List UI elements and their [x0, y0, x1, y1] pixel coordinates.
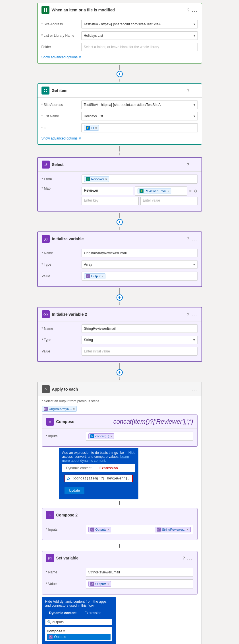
set-variable-value-area[interactable]: ◇ Outputs ×: [86, 579, 193, 588]
get-item-id-row: * Id ⚡ ID ×: [41, 123, 198, 132]
expression-input[interactable]: [72, 477, 130, 481]
dyn-tab-expression[interactable]: Expression: [80, 609, 105, 617]
dyn-tab-dynamic[interactable]: Dynamic content: [45, 609, 81, 617]
set-variable-more-icon[interactable]: ...: [187, 555, 193, 561]
dyn-search-row[interactable]: 🔍: [45, 619, 112, 625]
get-item-title: Get item: [52, 88, 185, 93]
init-var1-type-value[interactable]: Array: [82, 260, 198, 269]
dynamic-popover-wrapper: Hide Add dynamic content from the apps a…: [42, 597, 198, 644]
trigger-more-icon[interactable]: ...: [192, 7, 198, 13]
get-item-site-value[interactable]: TestSiteA - https://[ ]sharepoint.com/si…: [81, 101, 198, 109]
select-map-label: * Map: [42, 186, 79, 190]
connector-4: + ↓: [117, 288, 123, 306]
dyn-popover-text: Add dynamic content from the apps and co…: [45, 600, 107, 608]
update-button[interactable]: Update: [65, 487, 85, 494]
connector-line-3: [119, 213, 120, 218]
select-card: ⇄ Select ? ... * From ⚡ Reviewer × * Map: [37, 157, 202, 212]
set-var-outputs-close[interactable]: ×: [107, 582, 109, 586]
svg-rect-1: [46, 8, 47, 10]
set-variable-name-row: * Name StringReviewerEmail: [46, 568, 193, 577]
output-chip-close[interactable]: ×: [102, 274, 103, 278]
trigger-help-icon[interactable]: ?: [187, 8, 190, 12]
dyn-search-input[interactable]: [53, 620, 110, 624]
trigger-folder-value[interactable]: Select a folder, or leave blank for the …: [81, 43, 198, 51]
set-variable-help-icon[interactable]: ?: [183, 556, 185, 560]
get-item-body: * Site Address TestSiteA - https://[ ]sh…: [38, 98, 202, 144]
init-var2-value-area[interactable]: Enter initial value: [82, 347, 198, 356]
get-item-help-icon[interactable]: ?: [187, 88, 190, 93]
apply-each-token: {x} OriginalArrayR... ×: [42, 406, 77, 412]
init-var1-value-area[interactable]: v Output ×: [82, 272, 198, 281]
id-token-chip: ⚡ ID ×: [84, 125, 99, 131]
map-value-2[interactable]: Enter value: [140, 197, 198, 205]
select-from-label: * From: [42, 177, 79, 181]
popover-dynamic-content-link[interactable]: dynamic content.: [80, 459, 106, 463]
connector-plus-1[interactable]: +: [117, 71, 123, 77]
init-var1-type-label: * Type: [42, 262, 79, 266]
concat-chip-icon: fx: [90, 434, 94, 438]
dyn-tabs-row: Dynamic content Expression: [45, 609, 112, 617]
tab-expression[interactable]: Expression: [95, 464, 122, 472]
connector-line-1: [119, 65, 120, 70]
connector-plus-5[interactable]: +: [117, 369, 123, 376]
compose1-inputs-value[interactable]: fx concat(...) ×: [86, 432, 193, 441]
init-var2-header: {x} Initialize variable 2 ? ...: [38, 307, 201, 321]
trigger-site-value[interactable]: TestSiteA - https://[ ]sharepoint.com/si…: [81, 20, 198, 28]
set-variable-section: {x} Set variable ? ... * Name StringRevi…: [42, 551, 198, 644]
map-settings-btn[interactable]: ⚙: [194, 189, 198, 193]
connector-plus-4[interactable]: +: [117, 294, 123, 301]
init-var1-help-icon[interactable]: ?: [187, 237, 189, 241]
compose2-inputs-value[interactable]: ◇ Outputs × {x} StringReviewer... ×: [86, 525, 193, 534]
dyn-outputs-item[interactable]: ◇ Outputs: [47, 634, 111, 640]
popover-hide-link[interactable]: Hide: [128, 451, 136, 455]
concat-chip-close[interactable]: ×: [110, 434, 112, 438]
expression-input-row[interactable]: fx: [65, 475, 133, 482]
init-var1-name-value[interactable]: OriginalArrayReviewerEmail: [82, 249, 198, 257]
connector-plus-3[interactable]: +: [117, 219, 123, 225]
trigger-list-label: * List or Library Name: [41, 34, 78, 38]
get-item-list-row: * List Name Holidays List: [41, 112, 198, 120]
init-var2-help-icon[interactable]: ?: [187, 312, 189, 317]
map-value-1[interactable]: ⚡ Reviewer Email ×: [135, 186, 187, 196]
tab-dynamic-content[interactable]: Dynamic content: [62, 464, 95, 472]
connector-1: + ↓: [117, 65, 123, 82]
map-delete-btn[interactable]: ✕: [189, 189, 192, 193]
connector-5: + ↓: [117, 363, 123, 381]
reviewer-chip-close[interactable]: ×: [105, 177, 107, 181]
apply-each-header: ⟳ Apply to each ...: [38, 382, 201, 396]
reviewer-chip-icon: ⚡: [86, 177, 90, 181]
select-more-icon[interactable]: ...: [191, 162, 197, 168]
reviewer-email-chip-icon: ⚡: [140, 189, 144, 193]
select-help-icon[interactable]: ?: [187, 162, 189, 167]
get-item-header: Get item ? ...: [38, 84, 202, 98]
set-variable-body: * Name StringReviewerEmail * Value ◇ Out…: [42, 565, 197, 594]
set-variable-name-value[interactable]: StringReviewerEmail: [86, 568, 193, 577]
apply-each-chip-close[interactable]: ×: [73, 407, 75, 411]
get-item-show-advanced[interactable]: Show advanced options ∨: [41, 135, 198, 141]
init-var2-more-icon[interactable]: ...: [191, 311, 197, 317]
init-var1-icon: {x}: [42, 235, 50, 243]
init-var2-name-value[interactable]: StringReviewerEmail: [82, 324, 198, 333]
init-var2-type-value[interactable]: String: [82, 336, 198, 344]
get-item-more-icon[interactable]: ...: [192, 88, 198, 94]
apply-each-icon: ⟳: [42, 385, 50, 393]
outputs-chip1-close[interactable]: ×: [107, 528, 109, 531]
select-map-area: Reviewer ⚡ Reviewer Email × ✕ ⚙ Enter: [82, 186, 198, 205]
get-item-list-value[interactable]: Holidays List: [81, 112, 198, 120]
get-item-id-value[interactable]: ⚡ ID ×: [81, 123, 198, 132]
map-key-1[interactable]: Reviewer: [82, 187, 134, 195]
trigger-list-value[interactable]: Holidays List: [81, 31, 198, 40]
map-key-2[interactable]: Enter key: [82, 197, 139, 205]
id-chip-close[interactable]: ×: [95, 126, 97, 130]
dyn-popover-hide-link[interactable]: Hide: [45, 600, 52, 604]
reviewer-email-chip-close[interactable]: ×: [167, 189, 169, 193]
init-var2-type-row: * Type String: [42, 336, 198, 344]
select-from-value[interactable]: ⚡ Reviewer ×: [82, 175, 198, 184]
init-var1-more-icon[interactable]: ...: [191, 236, 197, 242]
trigger-show-advanced[interactable]: Show advanced options ∨: [41, 54, 198, 60]
select-body: * From ⚡ Reviewer × * Map Reviewer: [38, 172, 201, 211]
init-var2-type-label: * Type: [42, 338, 79, 342]
string-reviewer-chip-close[interactable]: ×: [187, 528, 188, 531]
reviewer-from-chip: ⚡ Reviewer ×: [84, 176, 109, 182]
apply-each-more-icon[interactable]: ...: [191, 386, 197, 392]
